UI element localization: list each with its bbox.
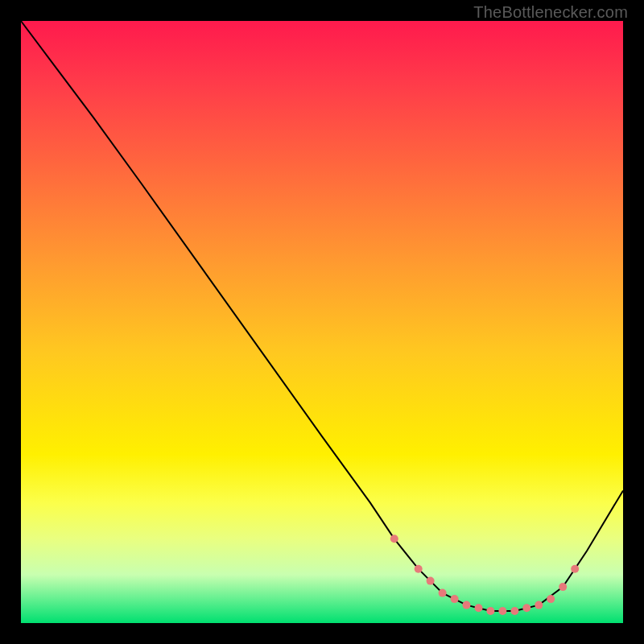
curve-marker [486, 607, 494, 615]
curve-marker [559, 583, 567, 591]
curve-marker [535, 601, 543, 609]
curve-marker [390, 535, 398, 543]
curve-marker [463, 601, 471, 609]
curve-marker [427, 577, 435, 585]
curve-marker [571, 565, 579, 573]
curve-marker [415, 565, 423, 573]
marker-group [390, 535, 579, 615]
curve-marker [522, 604, 530, 612]
curve-marker [475, 604, 483, 612]
plot-area [21, 21, 623, 623]
curve-marker [451, 595, 459, 603]
attribution-label: TheBottlenecker.com [473, 3, 628, 22]
curve-marker [498, 607, 506, 615]
curve-marker [510, 607, 518, 615]
curve-marker [439, 589, 447, 597]
chart-frame: TheBottlenecker.com [0, 0, 644, 644]
bottleneck-curve [21, 21, 623, 611]
curve-marker [547, 595, 555, 603]
curve-svg [21, 21, 623, 623]
